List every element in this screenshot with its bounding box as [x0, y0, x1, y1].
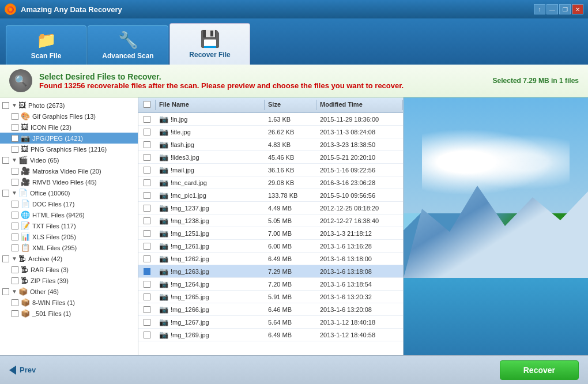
- file-check-16[interactable]: [138, 306, 156, 314]
- file-check-8[interactable]: [138, 204, 156, 212]
- file-row[interactable]: 📷!mg_1269.jpg6.49 MB2013-1-12 18:40:58: [138, 329, 403, 341]
- file-check-1[interactable]: [138, 115, 156, 123]
- tree-item-html[interactable]: 🌐HTML Files (9426): [0, 209, 138, 220]
- file-row[interactable]: 📷!itle.jpg26.62 KB2013-11-3 08:24:08: [138, 126, 403, 138]
- tree-checkbox-xls[interactable]: [12, 234, 18, 240]
- file-check-15[interactable]: [138, 293, 156, 301]
- file-row[interactable]: 📷!mg_1262.jpg6.49 MB2013-1-6 13:18:00: [138, 253, 403, 265]
- file-row[interactable]: 📷!mg_1263.jpg7.29 MB2013-1-6 13:18:08: [138, 265, 403, 278]
- expand-icon-archive[interactable]: ▼: [12, 255, 17, 262]
- close-button[interactable]: ✕: [572, 4, 583, 14]
- tree-item-other[interactable]: ▼📦Other (46): [0, 286, 138, 297]
- recover-button[interactable]: Recover: [500, 360, 579, 380]
- expand-icon-video[interactable]: ▼: [12, 157, 17, 163]
- file-check-4[interactable]: [138, 153, 156, 161]
- tree-item-photo[interactable]: ▼🖼Photo (2673): [0, 100, 138, 111]
- file-row[interactable]: 📷!mg_1266.jpg6.46 MB2013-1-6 13:20:08: [138, 303, 403, 316]
- tree-item-gif[interactable]: 🎨Gif Graphics Files (13): [0, 111, 138, 122]
- tree-checkbox-xml[interactable]: [12, 244, 18, 251]
- file-check-12[interactable]: [138, 255, 156, 263]
- tree-item-xml[interactable]: 📋XML Files (295): [0, 242, 138, 253]
- file-checkbox-7[interactable]: [144, 192, 150, 199]
- file-row[interactable]: 📷!in.jpg1.63 KB2015-11-29 18:36:00: [138, 113, 403, 126]
- file-row[interactable]: 📷!mg_1264.jpg7.20 MB2013-1-6 13:18:54: [138, 278, 403, 291]
- file-checkbox-10[interactable]: [144, 230, 150, 237]
- tab-scan-file[interactable]: 📁 Scan File: [6, 25, 86, 65]
- file-list-body[interactable]: 📷!in.jpg1.63 KB2015-11-29 18:36:00📷!itle…: [138, 113, 403, 355]
- file-row[interactable]: 📷!mc_card.jpg29.08 KB2016-3-16 23:06:28: [138, 176, 403, 189]
- tree-item-archive[interactable]: ▼🗜Archive (42): [0, 253, 138, 264]
- tree-checkbox-office[interactable]: [2, 190, 9, 197]
- file-row[interactable]: 📷!mg_1237.jpg4.49 MB2012-12-25 08:18:20: [138, 202, 403, 214]
- file-check-3[interactable]: [138, 141, 156, 149]
- tree-checkbox-501[interactable]: [12, 310, 18, 317]
- tree-item-rmvb[interactable]: 🎥RMVB Video Files (45): [0, 176, 138, 187]
- tree-item-office[interactable]: ▼📄Office (10060): [0, 187, 138, 198]
- file-checkbox-11[interactable]: [144, 243, 150, 250]
- minimize-button[interactable]: —: [546, 4, 558, 14]
- file-checkbox-18[interactable]: [144, 332, 150, 338]
- file-row[interactable]: 📷!mg_1261.jpg6.00 MB2013-1-6 13:16:28: [138, 240, 403, 253]
- file-check-5[interactable]: [138, 166, 156, 174]
- tree-checkbox-photo[interactable]: [2, 102, 9, 109]
- file-row[interactable]: 📷!mg_1265.jpg5.91 MB2013-1-6 13:20:32: [138, 291, 403, 303]
- file-row[interactable]: 📷!lash.jpg4.83 KB2013-3-23 18:38:50: [138, 138, 403, 151]
- tree-item-rar[interactable]: 🗜RAR Files (3): [0, 264, 138, 275]
- file-row[interactable]: 📷!lides3.jpg45.46 KB2015-5-21 20:20:10: [138, 151, 403, 164]
- tree-checkbox-video[interactable]: [2, 157, 9, 164]
- tab-recover-file[interactable]: 💾 Recover File: [169, 23, 250, 65]
- tree-panel[interactable]: ▼🖼Photo (2673)🎨Gif Graphics Files (13)🖼I…: [0, 97, 138, 355]
- file-row[interactable]: 📷!mg_1267.jpg5.64 MB2013-1-12 18:40:18: [138, 316, 403, 329]
- file-checkbox-15[interactable]: [144, 293, 150, 300]
- file-checkbox-16[interactable]: [144, 306, 150, 313]
- file-checkbox-2[interactable]: [144, 129, 150, 135]
- tree-checkbox-matroska[interactable]: [12, 168, 18, 175]
- file-checkbox-1[interactable]: [144, 116, 150, 123]
- maximize-button[interactable]: ❐: [559, 4, 571, 14]
- file-row[interactable]: 📷!mg_1251.jpg7.00 MB2013-1-3 21:18:12: [138, 227, 403, 240]
- tree-checkbox-8win[interactable]: [12, 299, 18, 306]
- tree-item-png[interactable]: 🖼PNG Graphics Files (1216): [0, 144, 138, 155]
- tree-item-8win[interactable]: 📦8-WIN Files (1): [0, 297, 138, 308]
- file-check-7[interactable]: [138, 191, 156, 199]
- tree-item-501[interactable]: 📦_501 Files (1): [0, 308, 138, 319]
- tree-item-icon[interactable]: 🖼ICON File (23): [0, 122, 138, 133]
- tree-item-matroska[interactable]: 🎥Matroska Video File (20): [0, 165, 138, 176]
- prev-button[interactable]: Prev: [9, 366, 36, 375]
- file-checkbox-3[interactable]: [144, 141, 150, 148]
- tree-checkbox-png[interactable]: [12, 146, 18, 153]
- file-check-13[interactable]: [138, 268, 156, 276]
- restore-button[interactable]: ↑: [534, 4, 545, 14]
- tree-item-txt[interactable]: 📝TXT Files (117): [0, 220, 138, 231]
- file-row[interactable]: 📷!mail.jpg36.16 KB2015-1-16 09:22:56: [138, 164, 403, 176]
- file-checkbox-8[interactable]: [144, 205, 150, 212]
- file-checkbox-14[interactable]: [144, 281, 150, 288]
- file-checkbox-17[interactable]: [144, 319, 150, 326]
- tree-checkbox-rar[interactable]: [12, 266, 18, 273]
- tab-advanced-scan[interactable]: 🔧 Advanced Scan: [88, 25, 168, 65]
- tree-checkbox-gif[interactable]: [12, 113, 18, 120]
- file-check-18[interactable]: [138, 331, 156, 339]
- file-check-17[interactable]: [138, 318, 156, 326]
- file-check-9[interactable]: [138, 217, 156, 225]
- file-check-2[interactable]: [138, 128, 156, 136]
- tree-item-zip[interactable]: 🗜ZIP Files (39): [0, 275, 138, 286]
- tree-item-jpg[interactable]: 📷JPG/JPEG (1421): [0, 133, 138, 144]
- file-check-6[interactable]: [138, 179, 156, 187]
- tree-item-video[interactable]: ▼🎬Video (65): [0, 155, 138, 165]
- file-check-10[interactable]: [138, 229, 156, 238]
- tree-checkbox-rmvb[interactable]: [12, 179, 18, 186]
- tree-checkbox-icon[interactable]: [12, 124, 18, 131]
- expand-icon-office[interactable]: ▼: [12, 190, 17, 196]
- expand-icon-other[interactable]: ▼: [12, 288, 17, 295]
- tree-item-doc[interactable]: 📄DOC Files (17): [0, 198, 138, 209]
- tree-checkbox-txt[interactable]: [12, 223, 18, 229]
- tree-checkbox-doc[interactable]: [12, 201, 18, 208]
- file-check-11[interactable]: [138, 242, 156, 250]
- file-row[interactable]: 📷!mc_pic1.jpg133.78 KB2015-5-10 09:56:56: [138, 189, 403, 202]
- file-checkbox-12[interactable]: [144, 255, 150, 262]
- tree-checkbox-jpg[interactable]: [12, 135, 18, 142]
- tree-checkbox-other[interactable]: [2, 288, 9, 295]
- tree-checkbox-archive[interactable]: [2, 255, 9, 262]
- file-checkbox-4[interactable]: [144, 154, 150, 161]
